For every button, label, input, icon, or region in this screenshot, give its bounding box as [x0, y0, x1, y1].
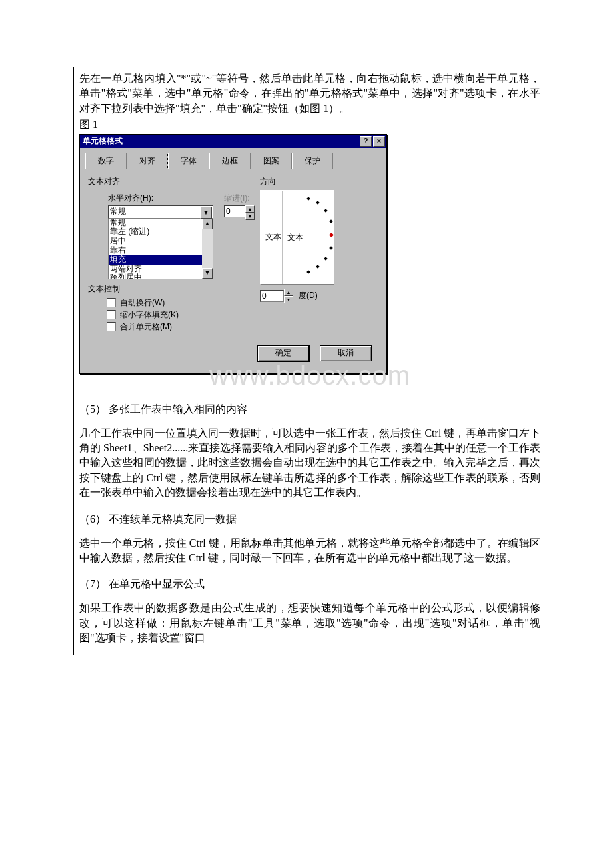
degree-spinner[interactable]: ▲ ▼ [284, 289, 293, 303]
checkbox-icon[interactable] [107, 322, 116, 331]
tab-number[interactable]: 数字 [85, 153, 127, 169]
checkbox-icon[interactable] [107, 310, 116, 319]
orientation-vertical-text: 文本 [265, 233, 281, 241]
intro-paragraph: 先在一单元格内填入"*"或"~"等符号，然后单击此单元格，向右拖动鼠标，选中横向… [79, 71, 540, 116]
list-item[interactable]: 两端对齐 [109, 265, 213, 274]
chevron-down-icon[interactable]: ▼ [200, 207, 212, 219]
dialog-titlebar[interactable]: 单元格格式 ? × [80, 135, 386, 148]
indent-spinner[interactable]: ▲ ▼ [245, 205, 255, 220]
indent-input[interactable]: 0 [224, 205, 245, 217]
list-item[interactable]: 填充 [109, 255, 213, 265]
spin-up-icon[interactable]: ▲ [245, 205, 255, 213]
h-align-value: 常规 [110, 206, 126, 217]
spin-down-icon[interactable]: ▼ [284, 296, 293, 303]
checkbox-label: 合并单元格(M) [120, 321, 172, 333]
degree-input[interactable]: 0 [260, 290, 284, 302]
section-6-body: 选中一个单元格，按住 Ctrl 键，用鼠标单击其他单元格，就将这些单元格全部都选… [79, 536, 540, 566]
spin-down-icon[interactable]: ▼ [245, 213, 255, 220]
listbox-scrollbar[interactable]: ▲ ▼ [202, 219, 213, 279]
spin-up-icon[interactable]: ▲ [284, 289, 293, 296]
tab-protection[interactable]: 保护 [292, 153, 333, 169]
h-align-label: 水平对齐(H): [108, 193, 213, 204]
section-7-title: （7） 在单元格中显示公式 [79, 577, 540, 591]
tab-alignment[interactable]: 对齐 [127, 153, 168, 169]
checkbox-icon[interactable] [107, 298, 116, 307]
orientation-group-label: 方向 [260, 176, 378, 187]
section-7-body: 如果工作表中的数据多数是由公式生成的，想要快速知道每个单元格中的公式形式，以便编… [79, 601, 540, 645]
orientation-preview[interactable]: 文本 文本 [260, 190, 334, 285]
help-icon[interactable]: ? [360, 136, 372, 147]
figure-label: 图 1 [79, 117, 540, 132]
scroll-down-icon[interactable]: ▼ [202, 268, 213, 279]
text-align-group-label: 文本对齐 [88, 176, 255, 187]
checkbox-label: 缩小字体填充(K) [120, 309, 179, 321]
orientation-handle-icon[interactable] [329, 233, 334, 237]
list-item[interactable]: 靠左 (缩进) [109, 227, 213, 237]
wrap-text-checkbox[interactable]: 自动换行(W) [107, 297, 255, 309]
scroll-up-icon[interactable]: ▲ [202, 219, 213, 229]
degree-label: 度(D) [299, 290, 318, 301]
shrink-to-fit-checkbox[interactable]: 缩小字体填充(K) [107, 309, 255, 321]
orientation-dial-label: 文本 [287, 232, 303, 243]
h-align-combo[interactable]: 常规 ▼ 常规 靠左 (缩进) 居中 靠右 填充 [108, 205, 213, 279]
cancel-button[interactable]: 取消 [320, 345, 372, 361]
orientation-line-icon [306, 235, 328, 235]
h-align-listbox[interactable]: 常规 靠左 (缩进) 居中 靠右 填充 两端对齐 跨列居中 ▲ [108, 219, 213, 279]
tab-pattern[interactable]: 图案 [251, 153, 292, 169]
ok-button[interactable]: 确定 [257, 345, 309, 361]
dialog-tabs: 数字 对齐 字体 边框 图案 保护 [85, 152, 381, 169]
text-control-group-label: 文本控制 [88, 283, 255, 295]
section-5-body: 几个工作表中同一位置填入同一数据时，可以选中一张工作表，然后按住 Ctrl 键，… [79, 426, 540, 501]
list-item[interactable]: 跨列居中 [109, 273, 213, 279]
merge-cells-checkbox[interactable]: 合并单元格(M) [107, 321, 255, 333]
close-icon[interactable]: × [373, 136, 385, 147]
cell-format-dialog: 单元格格式 ? × 数字 对齐 字体 边框 图案 保护 文本对齐 [79, 134, 387, 374]
indent-label: 缩进(I): [224, 193, 255, 204]
tab-font[interactable]: 字体 [168, 153, 209, 169]
tab-border[interactable]: 边框 [209, 153, 251, 169]
list-item[interactable]: 居中 [109, 237, 213, 246]
list-item[interactable]: 靠右 [109, 246, 213, 255]
dialog-title: 单元格格式 [83, 135, 358, 147]
checkbox-label: 自动换行(W) [120, 297, 165, 309]
section-5-title: （5） 多张工作表中输入相同的内容 [79, 403, 540, 417]
watermark: www.bdocx.com [79, 361, 540, 391]
section-6-title: （6） 不连续单元格填充同一数据 [79, 513, 540, 527]
list-item[interactable]: 常规 [109, 219, 213, 228]
